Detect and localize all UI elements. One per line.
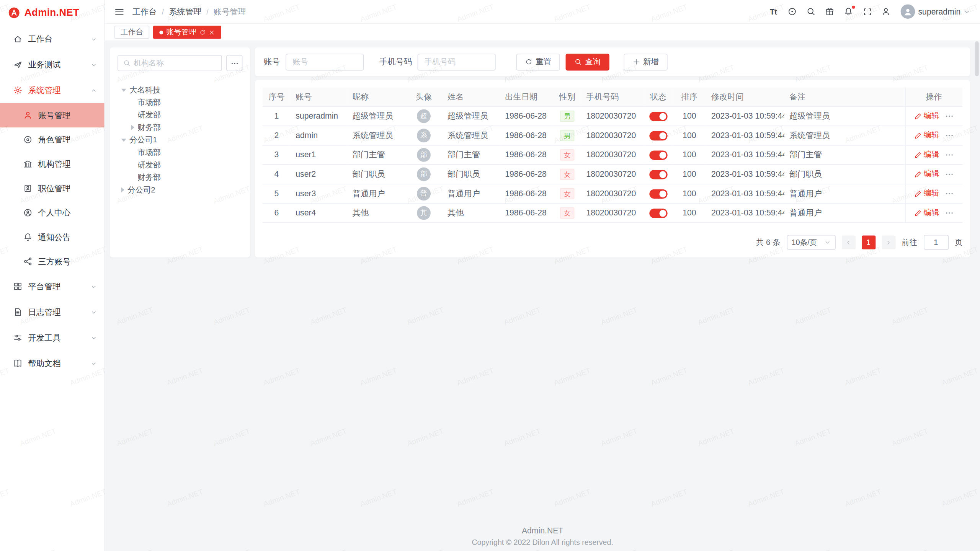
column-header-姓名: 姓名 [443, 88, 500, 106]
cell-phone: 18020030720 [581, 145, 644, 165]
sidebar-item-通知公告[interactable]: 通知公告 [0, 225, 105, 249]
position-icon [23, 183, 33, 193]
cell-actions: 编辑 [905, 184, 962, 203]
cell-index: 4 [263, 164, 291, 184]
pagination-total: 共 6 条 [756, 237, 781, 248]
app-logo[interactable]: Admin.NET [0, 0, 105, 25]
tree-node-市场部[interactable]: 市场部 [118, 146, 243, 159]
tree-node-研发部[interactable]: 研发部 [118, 109, 243, 121]
tree-node-财务部[interactable]: 财务部 [118, 171, 243, 184]
tree-node-分公司1[interactable]: 分公司1 [118, 134, 243, 146]
search-button[interactable]: 查询 [566, 54, 609, 70]
tree-node-label: 大名科技 [129, 85, 161, 95]
status-toggle[interactable] [649, 131, 667, 140]
edit-button[interactable]: 编辑 [914, 207, 939, 218]
status-toggle[interactable] [649, 111, 667, 121]
sidebar-item-系统管理[interactable]: 系统管理 [0, 77, 105, 103]
status-toggle[interactable] [649, 170, 667, 179]
row-more-button[interactable] [945, 150, 954, 159]
cell-name: 普通用户 [443, 184, 500, 203]
row-more-button[interactable] [945, 111, 954, 120]
status-toggle[interactable] [649, 189, 667, 198]
status-toggle[interactable] [649, 209, 667, 218]
cell-account: user1 [291, 145, 348, 165]
tree-node-label: 财务部 [137, 172, 161, 183]
tree-caret-icon[interactable] [121, 139, 126, 142]
cell-avatar: 部 [405, 145, 443, 165]
sidebar-item-label: 平台管理 [28, 281, 85, 292]
breadcrumb-item-system[interactable]: 系统管理 [169, 6, 201, 17]
account-input[interactable] [286, 54, 364, 70]
tree-caret-spacer [131, 177, 134, 178]
sidebar-item-个人中心[interactable]: 个人中心 [0, 201, 105, 225]
gift-icon[interactable] [823, 4, 837, 19]
sidebar-item-角色管理[interactable]: 角色管理 [0, 127, 105, 152]
current-page-button[interactable]: 1 [862, 236, 875, 249]
edit-button[interactable]: 编辑 [914, 130, 939, 141]
user-menu[interactable]: superadmin [901, 4, 970, 19]
tree-node-大名科技[interactable]: 大名科技 [118, 84, 243, 96]
row-more-button[interactable] [945, 189, 954, 198]
org-search-box [118, 55, 222, 71]
edit-button[interactable]: 编辑 [914, 149, 939, 160]
sidebar-item-工作台[interactable]: 工作台 [0, 26, 105, 52]
cell-status [644, 164, 673, 184]
cell-name: 超级管理员 [443, 106, 500, 126]
tree-caret-icon[interactable] [131, 125, 134, 130]
cell-name: 部门主管 [443, 145, 500, 165]
sidebar-item-业务测试[interactable]: 业务测试 [0, 52, 105, 78]
tab-account-management[interactable]: 账号管理 [153, 26, 221, 39]
page-size-select[interactable]: 10条/页 [787, 235, 835, 250]
edit-button[interactable]: 编辑 [914, 111, 939, 121]
scrollbar-thumb[interactable] [975, 41, 979, 76]
fullscreen-icon[interactable] [860, 4, 875, 19]
goto-page-input[interactable] [923, 235, 948, 250]
phone-input[interactable] [418, 54, 496, 70]
sidebar-item-账号管理[interactable]: 账号管理 [0, 103, 105, 127]
column-header-昵称: 昵称 [348, 88, 405, 106]
sidebar: Admin.NET 工作台业务测试系统管理账号管理角色管理机构管理职位管理个人中… [0, 0, 105, 551]
status-toggle[interactable] [649, 150, 667, 160]
font-size-icon[interactable]: Tt [766, 4, 781, 19]
tree-caret-icon[interactable] [121, 187, 124, 192]
menu-collapse-icon[interactable] [114, 7, 124, 16]
prev-page-button[interactable] [841, 236, 855, 249]
tab-close-icon[interactable] [209, 29, 215, 35]
tree-more-button[interactable] [226, 55, 242, 71]
sidebar-item-机构管理[interactable]: 机构管理 [0, 152, 105, 176]
edit-button[interactable]: 编辑 [914, 188, 939, 199]
row-more-button[interactable] [945, 131, 954, 140]
table-header-row: 序号账号昵称头像姓名出生日期性别手机号码状态排序修改时间备注操作 [263, 88, 963, 106]
tab-refresh-icon[interactable] [199, 29, 206, 35]
sidebar-item-开发工具[interactable]: 开发工具 [0, 325, 105, 350]
sidebar-item-日志管理[interactable]: 日志管理 [0, 299, 105, 325]
tree-node-研发部[interactable]: 研发部 [118, 159, 243, 171]
org-search-input[interactable] [134, 59, 216, 67]
breadcrumb-item-workbench[interactable]: 工作台 [132, 6, 157, 17]
cell-nickname: 超级管理员 [348, 106, 405, 126]
cell-birthday: 1986-06-28 [500, 203, 553, 223]
profile-icon[interactable] [879, 4, 893, 19]
notification-icon[interactable] [841, 4, 856, 19]
sidebar-item-label: 账号管理 [38, 110, 105, 121]
tree-node-分公司2[interactable]: 分公司2 [118, 184, 243, 196]
cell-birthday: 1986-06-28 [500, 184, 553, 203]
tree-node-财务部[interactable]: 财务部 [118, 121, 243, 134]
row-more-button[interactable] [945, 209, 954, 217]
sidebar-item-职位管理[interactable]: 职位管理 [0, 176, 105, 201]
profile-icon [23, 208, 33, 218]
tree-node-市场部[interactable]: 市场部 [118, 96, 243, 109]
add-button[interactable]: 新增 [624, 54, 667, 70]
sidebar-item-帮助文档[interactable]: 帮助文档 [0, 350, 105, 376]
search-icon[interactable] [804, 4, 818, 19]
row-more-button[interactable] [945, 170, 954, 178]
reset-button[interactable]: 重置 [516, 54, 560, 70]
theme-icon[interactable] [785, 4, 800, 19]
sidebar-item-三方账号[interactable]: 三方账号 [0, 249, 105, 274]
row-avatar: 部 [417, 167, 431, 181]
tab-workbench[interactable]: 工作台 [114, 26, 149, 39]
sidebar-item-平台管理[interactable]: 平台管理 [0, 274, 105, 299]
edit-button[interactable]: 编辑 [914, 169, 939, 179]
next-page-button[interactable] [882, 236, 895, 249]
tree-caret-icon[interactable] [121, 88, 126, 91]
